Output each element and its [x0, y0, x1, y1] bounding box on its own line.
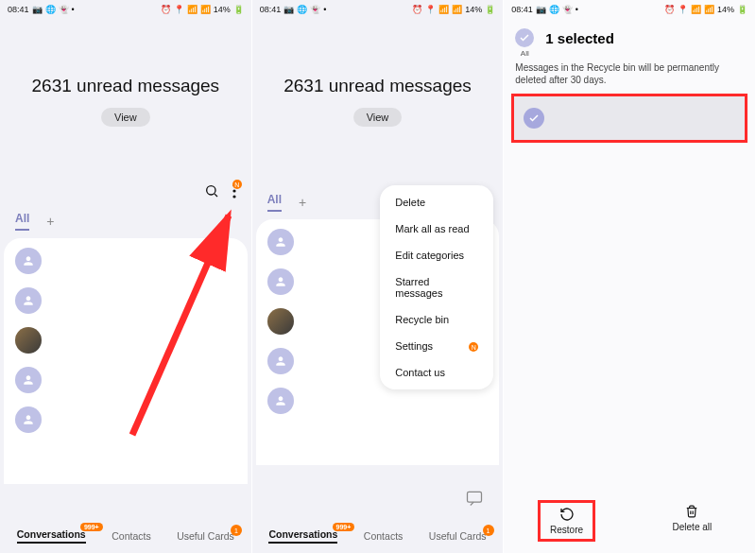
overflow-menu: Delete Mark all as read Edit categories …: [380, 185, 493, 389]
delete-all-button[interactable]: Delete all: [663, 500, 722, 542]
svg-rect-6: [468, 492, 482, 502]
status-time: 08:41: [511, 5, 533, 14]
tab-all[interactable]: All: [267, 193, 282, 212]
search-icon[interactable]: [204, 183, 219, 202]
unread-title: 2631 unread messages: [262, 76, 494, 96]
list-item[interactable]: [15, 248, 42, 274]
list-item[interactable]: [15, 406, 42, 433]
conversation-list: [4, 238, 248, 484]
badge-n: N: [469, 342, 478, 352]
nav-conversations[interactable]: Conversations999+: [268, 528, 337, 544]
menu-delete[interactable]: Delete: [395, 197, 478, 208]
nav-useful-cards[interactable]: Useful Cards1: [429, 530, 487, 542]
header: 2631 unread messages View: [0, 19, 251, 136]
compose-icon[interactable]: [465, 489, 484, 511]
svg-point-3: [232, 189, 235, 192]
list-item[interactable]: [267, 268, 294, 295]
action-bar: Restore Delete all: [504, 493, 755, 553]
list-item[interactable]: [15, 327, 42, 354]
status-battery: 14%: [465, 5, 482, 14]
status-time: 08:41: [260, 5, 282, 14]
nav-contacts[interactable]: Contacts: [364, 530, 403, 542]
add-tab-icon[interactable]: +: [46, 214, 54, 229]
restore-icon: [559, 507, 575, 522]
status-bar: 08:41 📷🌐👻• ⏰📍📶📶 14%🔋: [504, 0, 755, 19]
svg-point-4: [232, 195, 235, 198]
view-button[interactable]: View: [101, 108, 150, 127]
menu-contact-us[interactable]: Contact us: [395, 367, 478, 378]
view-button[interactable]: View: [353, 108, 403, 127]
status-battery: 14%: [717, 5, 734, 14]
svg-line-1: [215, 194, 217, 197]
menu-edit-categories[interactable]: Edit categories: [395, 250, 478, 261]
recycle-note: Messages in the Recycle bin will be perm…: [504, 58, 755, 94]
status-battery: 14%: [214, 5, 231, 14]
list-item[interactable]: [15, 287, 42, 314]
list-item[interactable]: [267, 229, 294, 255]
row-checkbox-icon[interactable]: [524, 108, 544, 129]
more-menu-button[interactable]: N: [232, 183, 236, 202]
bottom-nav: Conversations999+ Contacts Useful Cards1: [252, 521, 504, 553]
menu-starred[interactable]: Starred messages: [395, 276, 478, 299]
panel-messages-menu: 08:41 📷🌐👻• ⏰📍📶📶 14%🔋 2631 unread message…: [252, 0, 505, 553]
menu-recycle-bin[interactable]: Recycle bin: [395, 314, 478, 325]
status-bar: 08:41 📷🌐👻• ⏰📍📶📶 14%🔋: [0, 0, 251, 19]
selected-message-row[interactable]: [511, 94, 747, 143]
tab-all[interactable]: All: [15, 212, 29, 231]
selection-count: 1 selected: [545, 30, 614, 46]
list-item[interactable]: [267, 308, 294, 335]
all-label: All: [515, 49, 534, 58]
status-time: 08:41: [8, 5, 29, 14]
nav-contacts[interactable]: Contacts: [112, 530, 150, 542]
list-item[interactable]: [267, 388, 294, 414]
panel-messages-main: 08:41 📷🌐👻• ⏰📍📶📶 14%🔋 2631 unread message…: [0, 0, 252, 553]
svg-point-0: [206, 186, 215, 195]
status-bar: 08:41 📷🌐👻• ⏰📍📶📶 14%🔋: [252, 0, 504, 19]
menu-mark-read[interactable]: Mark all as read: [395, 223, 478, 234]
nav-conversations[interactable]: Conversations999+: [17, 528, 86, 544]
unread-title: 2631 unread messages: [9, 76, 242, 96]
bottom-nav: Conversations999+ Contacts Useful Cards1: [0, 521, 251, 553]
panel-recycle-bin: 08:41 📷🌐👻• ⏰📍📶📶 14%🔋 1 selected All Mess…: [504, 0, 756, 553]
select-all-checkbox[interactable]: [515, 28, 534, 47]
restore-button[interactable]: Restore: [538, 500, 595, 542]
trash-icon: [685, 504, 698, 519]
header: 2631 unread messages View: [252, 19, 504, 136]
nav-useful-cards[interactable]: Useful Cards1: [177, 530, 234, 542]
menu-settings[interactable]: SettingsN: [395, 340, 478, 352]
list-item[interactable]: [15, 367, 42, 393]
badge-n: N: [232, 180, 242, 189]
add-tab-icon[interactable]: +: [299, 195, 306, 210]
list-item[interactable]: [267, 348, 294, 374]
